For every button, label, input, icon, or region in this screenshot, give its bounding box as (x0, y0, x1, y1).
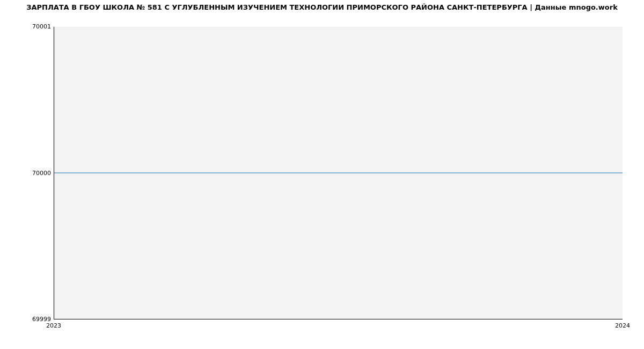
xtick-2023: 2023 (38, 322, 70, 329)
xtick-2024: 2024 (606, 322, 639, 329)
chart-title: ЗАРПЛАТА В ГБОУ ШКОЛА № 581 С УГЛУБЛЕННЫ… (0, 3, 644, 11)
ytick-70001: 70001 (3, 24, 51, 30)
ytick-70000: 70000 (3, 170, 51, 177)
salary-chart: ЗАРПЛАТА В ГБОУ ШКОЛА № 581 С УГЛУБЛЕННЫ… (0, 0, 644, 349)
salary-line (54, 173, 623, 173)
plot-area (54, 27, 623, 319)
